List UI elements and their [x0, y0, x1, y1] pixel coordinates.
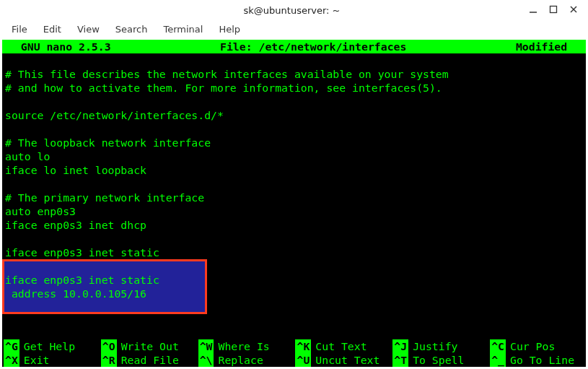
nano-modified: Modified — [516, 40, 586, 53]
shortcut-desc: Uncut Text — [311, 353, 379, 367]
window-controls — [523, 3, 588, 17]
editor-line: source /etc/network/interfaces.d/* — [2, 108, 586, 122]
nano-file-label: File: /etc/network/interfaces — [111, 40, 516, 53]
nano-shortcut-row: ^GGet Help^OWrite Out^WWhere Is^KCut Tex… — [2, 339, 586, 353]
nano-shortcut: ^_Go To Line — [488, 353, 586, 367]
editor-line — [2, 177, 586, 191]
annotation-text: iface enp0s3 inet static address 10.0.0.… — [5, 273, 159, 300]
shortcut-key: ^C — [490, 339, 506, 353]
terminal-frame: GNU nano 2.5.3 File: /etc/network/interf… — [0, 38, 588, 369]
title-bar: sk@ubuntuserver: ~ — [0, 0, 588, 20]
editor-line: iface enp0s3 inet dhcp — [2, 218, 586, 232]
editor-line: iface lo inet loopback — [2, 163, 586, 177]
shortcut-key: ^W — [198, 339, 214, 353]
app-window: sk@ubuntuserver: ~ File Edit View S — [0, 0, 588, 369]
menu-help[interactable]: Help — [211, 22, 247, 36]
editor-line — [2, 53, 586, 67]
shortcut-desc: Go To Line — [506, 353, 574, 367]
nano-shortcut: ^JJustify — [391, 339, 488, 353]
shortcut-desc: Get Help — [19, 339, 75, 353]
menu-file[interactable]: File — [4, 22, 35, 36]
editor-line: auto lo — [2, 149, 586, 163]
menu-search[interactable]: Search — [108, 22, 155, 36]
shortcut-desc: To Spell — [408, 353, 464, 367]
nano-shortcut: ^KCut Text — [294, 339, 391, 353]
highlight-line: iface enp0s3 inet static — [5, 273, 159, 287]
menu-view[interactable]: View — [70, 22, 107, 36]
nano-shortcut-row: ^XExit^RRead File^\Replace^UUncut Text^T… — [2, 353, 586, 367]
shortcut-desc: Replace — [214, 353, 263, 367]
shortcut-key: ^_ — [490, 353, 506, 367]
editor-line: auto enp0s3 — [2, 204, 586, 218]
close-button[interactable] — [563, 3, 584, 17]
editor-line: # The loopback network interface — [2, 136, 586, 149]
window-title: sk@ubuntuserver: ~ — [61, 5, 523, 16]
close-icon — [569, 5, 578, 16]
editor-line: iface enp0s3 inet static — [2, 246, 586, 259]
nano-shortcut: ^GGet Help — [2, 339, 100, 353]
shortcut-key: ^R — [101, 353, 117, 367]
editor-line: # and how to activate them. For more inf… — [2, 81, 586, 95]
maximize-icon — [549, 5, 558, 16]
editor-line — [2, 95, 586, 108]
nano-shortcut: ^UUncut Text — [294, 353, 391, 367]
highlight-line: address 10.0.0.105/16 — [5, 287, 159, 300]
shortcut-desc: Cut Text — [311, 339, 367, 353]
editor-line: # This file describes the network interf… — [2, 67, 586, 81]
shortcut-desc: Read File — [117, 353, 179, 367]
menu-bar: File Edit View Search Terminal Help — [0, 20, 588, 38]
nano-shortcut: ^CCur Pos — [488, 339, 586, 353]
menu-terminal[interactable]: Terminal — [156, 22, 210, 36]
editor-line — [2, 232, 586, 246]
terminal[interactable]: GNU nano 2.5.3 File: /etc/network/interf… — [2, 40, 586, 367]
nano-shortcut: ^TTo Spell — [391, 353, 488, 367]
shortcut-key: ^T — [392, 353, 408, 367]
shortcut-key: ^J — [392, 339, 408, 353]
shortcut-key: ^K — [295, 339, 311, 353]
shortcut-desc: Justify — [408, 339, 457, 353]
nano-version: GNU nano 2.5.3 — [2, 40, 111, 53]
nano-shortcut: ^OWrite Out — [100, 339, 197, 353]
svg-rect-1 — [550, 6, 557, 12]
shortcut-key: ^\ — [198, 353, 214, 367]
nano-shortcut-bar: ^GGet Help^OWrite Out^WWhere Is^KCut Tex… — [2, 339, 586, 367]
nano-shortcut: ^RRead File — [100, 353, 197, 367]
minimize-icon — [529, 5, 537, 16]
shortcut-desc: Where Is — [214, 339, 269, 353]
shortcut-key: ^X — [4, 353, 19, 367]
editor-line: address 192.168.2.105/24 — [2, 259, 586, 273]
minimize-button[interactable] — [523, 3, 543, 17]
nano-shortcut: ^WWhere Is — [197, 339, 294, 353]
menu-edit[interactable]: Edit — [36, 22, 69, 36]
nano-shortcut: ^XExit — [2, 353, 100, 367]
shortcut-desc: Exit — [19, 353, 50, 367]
maximize-button[interactable] — [543, 3, 563, 17]
nano-editor-body[interactable]: # This file describes the network interf… — [2, 53, 586, 273]
shortcut-desc: Cur Pos — [506, 339, 555, 353]
shortcut-desc: Write Out — [117, 339, 179, 353]
editor-line: # The primary network interface — [2, 191, 586, 204]
nano-shortcut: ^\Replace — [197, 353, 294, 367]
shortcut-key: ^U — [295, 353, 311, 367]
shortcut-key: ^G — [4, 339, 19, 353]
nano-title-bar: GNU nano 2.5.3 File: /etc/network/interf… — [2, 40, 586, 53]
shortcut-key: ^O — [101, 339, 117, 353]
editor-line — [2, 122, 586, 136]
